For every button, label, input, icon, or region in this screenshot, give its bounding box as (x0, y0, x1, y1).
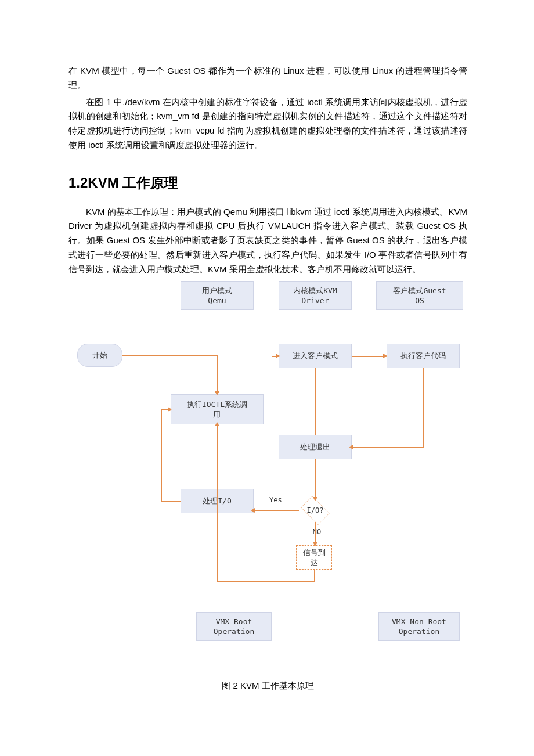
edge (352, 447, 424, 448)
node-enter-guest: 进入客户模式 (279, 344, 352, 368)
node-signal: 信号到达 (296, 545, 332, 570)
io-decision-label: I/O? (307, 506, 324, 514)
kvm-flowchart: 用户模式Qemu 内核模式KVMDriver 客户模式GuestOS 开始 进入… (68, 281, 468, 676)
edge (315, 459, 316, 499)
edge (315, 522, 316, 545)
node-exec-guest: 执行客户代码 (387, 344, 460, 368)
figure-caption: 图 2 KVM 工作基本原理 (68, 681, 467, 692)
node-io-decision: I/O? (298, 499, 333, 522)
arrow-icon (383, 354, 387, 358)
arrow-icon (349, 445, 353, 449)
arrow-icon (215, 422, 219, 426)
arrow-icon (215, 391, 219, 395)
edge (217, 355, 218, 394)
section-body: KVM 的基本工作原理：用户模式的 Qemu 利用接口 libkvm 通过 io… (68, 205, 467, 277)
node-start: 开始 (77, 344, 122, 367)
intro-paragraph-2: 在图 1 中./dev/kvm 在内核中创建的标准字符设备，通过 ioctl 系… (68, 95, 467, 153)
arrow-icon (313, 497, 317, 501)
edge (314, 570, 315, 581)
col-header-kvm-driver: 内核模式KVMDriver (279, 281, 352, 310)
col-header-qemu: 用户模式Qemu (181, 281, 254, 310)
node-vmx-root: VMX RootOperation (196, 612, 272, 641)
arrow-icon (168, 407, 172, 412)
node-ioctl: 执行IOCTL系统调用 (171, 394, 264, 424)
col-header-guest-os: 客户模式GuestOS (376, 281, 463, 310)
arrow-icon (313, 542, 317, 546)
edge (161, 501, 181, 502)
edge (352, 356, 385, 357)
intro-paragraph-1: 在 KVM 模型中，每一个 Guest OS 都作为一个标准的 Linux 进程… (68, 64, 467, 93)
section-heading: 1.2KVM 工作原理 (68, 174, 467, 192)
edge (264, 409, 272, 409)
label-no: NO (311, 528, 323, 536)
edge (122, 355, 217, 356)
arrow-icon (251, 508, 255, 513)
node-handle-exit: 处理退出 (279, 435, 352, 459)
edge (217, 424, 218, 581)
label-yes: Yes (269, 496, 282, 504)
edge (423, 368, 424, 447)
edge (217, 581, 315, 582)
arrow-icon (276, 354, 280, 358)
edge (315, 368, 316, 435)
node-vmx-nonroot: VMX Non RootOperation (378, 612, 460, 641)
document-page: 在 KVM 模型中，每一个 Guest OS 都作为一个标准的 Linux 进程… (0, 0, 534, 735)
edge (161, 409, 162, 502)
edge (272, 356, 272, 409)
edge (254, 510, 299, 511)
